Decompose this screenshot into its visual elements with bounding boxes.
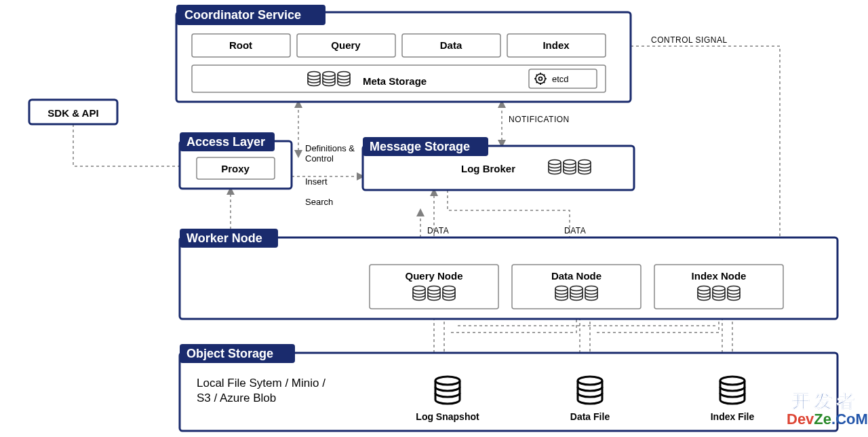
edge-control: Control <box>305 153 334 164</box>
object-storage: Object Storage Local File Sytem / Minio … <box>180 344 837 431</box>
meta-storage-label: Meta Storage <box>363 75 427 87</box>
proxy-label: Proxy <box>221 163 250 174</box>
edge-control-signal: CONTROL SIGNAL <box>651 35 728 45</box>
edge-notification: NOTIFICATION <box>509 115 570 124</box>
coordinator-title: Coordinator Service <box>184 8 301 22</box>
log-broker-label: Log Broker <box>461 163 515 174</box>
edge-search: Search <box>305 197 333 207</box>
svg-text:DevZe.CoM: DevZe.CoM <box>787 411 868 428</box>
object-desc-2: S3 / Azure Blob <box>197 392 276 404</box>
svg-text:开 发 者: 开 发 者 <box>791 391 854 411</box>
access-title: Access Layer <box>186 135 265 149</box>
worker-title: Worker Node <box>186 231 262 245</box>
tab-root: Root <box>229 39 252 51</box>
edge-data-1: DATA <box>427 226 449 235</box>
message-storage: Message Storage Log Broker <box>363 137 634 190</box>
access-layer: Access Layer Proxy <box>180 132 292 189</box>
worker-node: Worker Node Query Node Data Node Index N… <box>180 229 837 319</box>
object-title: Object Storage <box>186 347 273 360</box>
edge-data-2: DATA <box>564 226 586 235</box>
data-file-label: Data File <box>570 411 610 422</box>
data-node-label: Data Node <box>551 270 601 282</box>
query-node-label: Query Node <box>405 270 462 282</box>
sdk-box: SDK & API <box>29 100 117 124</box>
log-snapshot-label: Log Snapshot <box>416 411 479 422</box>
edge-insert: Insert <box>305 176 328 187</box>
tab-index: Index <box>542 39 570 51</box>
watermark: 开 发 者 DevZe.CoM <box>787 391 868 428</box>
index-node-label: Index Node <box>692 270 747 282</box>
message-title: Message Storage <box>370 140 470 153</box>
object-desc-1: Local File Sytem / Minio / <box>197 377 326 390</box>
coordinator-service: Coordinator Service Root Query Data Inde… <box>176 5 631 102</box>
tab-data: Data <box>440 39 462 51</box>
index-file-label: Index File <box>711 411 755 422</box>
etcd-label: etcd <box>552 74 569 84</box>
sdk-label: SDK & API <box>47 107 98 119</box>
tab-query: Query <box>331 39 361 51</box>
edge-defs: Definitions & <box>305 143 355 153</box>
